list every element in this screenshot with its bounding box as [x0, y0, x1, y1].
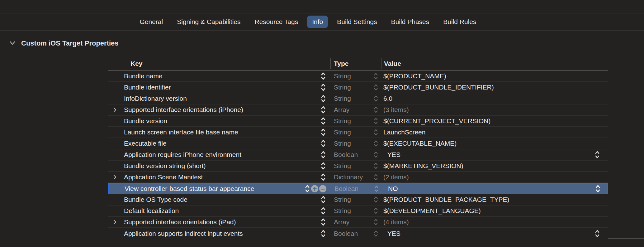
remove-row-button[interactable]: − — [319, 185, 326, 192]
row-key-label: InfoDictionary version — [124, 95, 187, 102]
section-title: Custom iOS Target Properties — [21, 38, 119, 48]
key-stepper-icon[interactable] — [321, 196, 326, 204]
table-row[interactable]: InfoDictionary version + − String 6.0 — [108, 93, 608, 104]
row-value[interactable]: (2 items) — [383, 173, 409, 181]
key-stepper-icon[interactable] — [321, 162, 326, 170]
key-stepper-icon[interactable] — [321, 207, 326, 215]
table-row[interactable]: Application supports indirect input even… — [108, 228, 608, 239]
row-key-label: Bundle version — [124, 117, 167, 125]
row-type-label: Array — [334, 218, 349, 226]
tab-build-phases[interactable]: Build Phases — [386, 16, 434, 28]
table-row[interactable]: Launch screen interface file base name +… — [108, 127, 608, 138]
type-dropdown-icon[interactable] — [374, 73, 378, 80]
tab-build-settings[interactable]: Build Settings — [332, 16, 382, 28]
type-dropdown-icon[interactable] — [374, 162, 378, 170]
table-row[interactable]: Supported interface orientations (iPhone… — [108, 104, 608, 116]
row-value[interactable]: $(PRODUCT_NAME) — [383, 72, 446, 80]
row-value[interactable]: YES — [387, 151, 400, 158]
tab-resource-tags[interactable]: Resource Tags — [250, 16, 303, 28]
chevron-right-icon[interactable] — [113, 174, 117, 180]
key-stepper-icon[interactable] — [321, 106, 326, 114]
column-header-value: Value — [384, 57, 401, 70]
divider — [608, 238, 644, 239]
tab-label: Build Phases — [391, 18, 429, 26]
row-type-label: String — [334, 140, 351, 147]
type-dropdown-icon[interactable] — [374, 230, 378, 237]
row-key-label: Launch screen interface file base name — [124, 128, 238, 136]
type-dropdown-icon[interactable] — [374, 129, 378, 136]
table-row[interactable]: Executable file + − String $(EXECUTABLE_… — [108, 138, 608, 149]
row-value[interactable]: $(PRODUCT_BUNDLE_IDENTIFIER) — [383, 84, 494, 91]
row-key-label: Bundle OS Type code — [124, 196, 187, 203]
key-stepper-icon[interactable] — [321, 218, 326, 226]
key-stepper-icon[interactable] — [321, 139, 326, 148]
column-divider[interactable] — [381, 58, 382, 69]
row-key-label: Supported interface orientations (iPhone… — [124, 106, 243, 114]
type-dropdown-icon[interactable] — [374, 84, 378, 91]
tab-info[interactable]: Info — [307, 16, 328, 28]
key-stepper-icon[interactable] — [321, 151, 326, 159]
table-row[interactable]: Default localization + − String $(DEVELO… — [108, 206, 608, 217]
row-value[interactable]: (3 items) — [383, 106, 409, 114]
table-row[interactable]: Application Scene Manifest + − Dictionar… — [108, 172, 608, 183]
value-dropdown-icon[interactable] — [595, 151, 600, 159]
row-value[interactable]: $(PRODUCT_BUNDLE_PACKAGE_TYPE) — [383, 196, 509, 203]
row-type-label: Dictionary — [334, 173, 363, 181]
type-dropdown-icon[interactable] — [374, 140, 378, 147]
plist-table-body: Bundle name + − String $(PRODUCT_NAME) B… — [108, 71, 608, 239]
chevron-right-icon[interactable] — [113, 219, 117, 225]
row-key-label: Application supports indirect input even… — [124, 230, 243, 237]
key-stepper-icon[interactable] — [305, 185, 310, 193]
value-dropdown-icon[interactable] — [595, 230, 600, 238]
type-dropdown-icon[interactable] — [374, 151, 378, 158]
table-header-row: Key Type Value — [108, 57, 608, 71]
key-stepper-icon[interactable] — [321, 117, 326, 125]
key-stepper-icon[interactable] — [321, 173, 326, 182]
row-type-label: Boolean — [334, 185, 358, 192]
value-dropdown-icon[interactable] — [595, 185, 600, 193]
row-value[interactable]: $(CURRENT_PROJECT_VERSION) — [383, 117, 490, 125]
row-value[interactable]: (4 items) — [383, 218, 409, 226]
row-value[interactable]: $(MARKETING_VERSION) — [383, 162, 463, 170]
row-type-label: String — [334, 95, 351, 102]
tab-bar: General Signing & Capabilities Resource … — [0, 13, 630, 30]
table-row[interactable]: Bundle identifier + − String $(PRODUCT_B… — [108, 82, 608, 93]
key-stepper-icon[interactable] — [321, 128, 326, 137]
type-dropdown-icon[interactable] — [374, 95, 378, 102]
tab-label: Build Settings — [337, 18, 377, 26]
type-dropdown-icon[interactable] — [374, 207, 378, 215]
row-value[interactable]: YES — [387, 230, 400, 237]
type-dropdown-icon[interactable] — [374, 174, 378, 181]
row-value[interactable]: $(DEVELOPMENT_LANGUAGE) — [383, 207, 481, 215]
table-row[interactable]: Bundle version + − String $(CURRENT_PROJ… — [108, 116, 608, 127]
key-stepper-icon[interactable] — [321, 230, 326, 238]
table-row[interactable]: View controller-based status bar appeara… — [108, 183, 608, 194]
table-row[interactable]: Application requires iPhone environment … — [108, 149, 608, 161]
tab-build-rules[interactable]: Build Rules — [438, 16, 481, 28]
type-dropdown-icon[interactable] — [374, 118, 378, 125]
row-value[interactable]: LaunchScreen — [383, 128, 425, 136]
chevron-down-icon[interactable] — [9, 41, 16, 45]
row-value[interactable]: 6.0 — [383, 95, 392, 102]
add-row-button[interactable]: + — [311, 185, 318, 192]
type-dropdown-icon[interactable] — [374, 106, 378, 114]
column-divider[interactable] — [330, 58, 331, 69]
key-stepper-icon[interactable] — [321, 83, 326, 92]
chevron-right-icon[interactable] — [113, 107, 117, 113]
table-row[interactable]: Supported interface orientations (iPad) … — [108, 217, 608, 228]
table-row[interactable]: Bundle OS Type code + − String $(PRODUCT… — [108, 194, 608, 206]
type-dropdown-icon[interactable] — [374, 196, 378, 203]
table-row[interactable]: Bundle name + − String $(PRODUCT_NAME) — [108, 71, 608, 82]
row-value[interactable]: NO — [388, 185, 398, 192]
type-dropdown-icon[interactable] — [374, 185, 379, 192]
key-stepper-icon[interactable] — [321, 72, 326, 80]
row-value[interactable]: $(EXECUTABLE_NAME) — [383, 140, 457, 147]
column-header-key: Key — [130, 57, 143, 70]
tab-signing-capabilities[interactable]: Signing & Capabilities — [172, 16, 245, 28]
divider — [0, 30, 644, 31]
type-dropdown-icon[interactable] — [374, 219, 378, 226]
tab-general[interactable]: General — [135, 16, 168, 28]
key-stepper-icon[interactable] — [321, 94, 326, 103]
row-key-label: Bundle name — [124, 72, 163, 80]
table-row[interactable]: Bundle version string (short) + − String… — [108, 161, 608, 172]
